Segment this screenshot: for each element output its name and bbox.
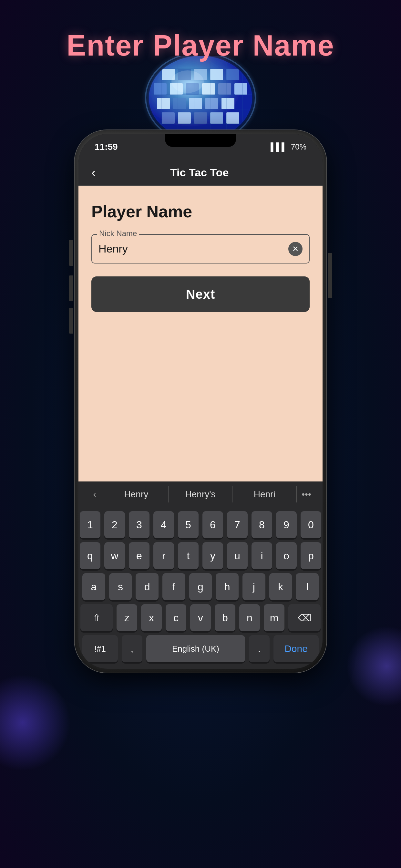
key-n[interactable]: n (239, 604, 260, 631)
done-button[interactable]: Done (274, 635, 319, 662)
suggestion-3[interactable]: Henri (233, 486, 297, 502)
svg-rect-17 (221, 98, 235, 109)
svg-rect-21 (210, 113, 223, 124)
svg-rect-16 (205, 98, 218, 109)
key-y[interactable]: y (203, 542, 223, 569)
period-button[interactable]: . (249, 635, 270, 662)
key-r[interactable]: r (153, 542, 174, 569)
disco-ball-container (120, 56, 281, 140)
key-a[interactable]: a (82, 573, 105, 600)
key-8[interactable]: 8 (251, 511, 272, 538)
disco-ball (136, 56, 265, 140)
key-u[interactable]: u (227, 542, 248, 569)
nick-name-input[interactable] (98, 238, 303, 259)
keyboard: 1 2 3 4 5 6 7 8 9 0 q w e r t (79, 507, 322, 669)
key-3[interactable]: 3 (129, 511, 150, 538)
nav-back-button[interactable]: ‹ (91, 165, 96, 180)
key-g[interactable]: g (189, 573, 212, 600)
key-p[interactable]: p (301, 542, 321, 569)
key-k[interactable]: k (269, 573, 292, 600)
key-e[interactable]: e (129, 542, 150, 569)
key-5[interactable]: 5 (178, 511, 198, 538)
svg-rect-20 (194, 113, 207, 124)
bg-glow-left (0, 674, 71, 771)
svg-rect-5 (210, 69, 223, 80)
more-suggestions-button[interactable]: ••• (297, 485, 316, 504)
key-s[interactable]: s (109, 573, 132, 600)
clear-icon: ✕ (292, 244, 299, 253)
comma-button[interactable]: , (122, 635, 143, 662)
key-f[interactable]: f (162, 573, 185, 600)
key-b[interactable]: b (215, 604, 235, 631)
key-l[interactable]: l (296, 573, 319, 600)
svg-rect-11 (218, 83, 231, 95)
svg-rect-19 (178, 113, 191, 124)
svg-rect-15 (189, 98, 202, 109)
key-t[interactable]: t (178, 542, 198, 569)
backspace-button[interactable]: ⌫ (288, 604, 320, 631)
key-0[interactable]: 0 (301, 511, 321, 538)
svg-rect-6 (226, 69, 239, 80)
phone-screen: 11:59 ▌▌▌ 70% ‹ Tic Tac Toe Player Name … (79, 134, 322, 669)
svg-rect-22 (226, 113, 239, 124)
keyboard-row-qwerty: q w e r t y u i o p (82, 542, 319, 569)
svg-rect-18 (162, 113, 175, 124)
spacebar[interactable]: English (UK) (146, 635, 245, 662)
suggestion-2[interactable]: Henry's (168, 486, 233, 502)
nick-name-input-container: Nick Name ✕ (91, 234, 310, 264)
svg-rect-10 (202, 83, 215, 95)
battery-text: 70% (291, 143, 306, 151)
clear-input-button[interactable]: ✕ (288, 242, 303, 256)
status-icons: ▌▌▌ 70% (271, 143, 306, 151)
key-o[interactable]: o (276, 542, 297, 569)
keyboard-row-asdf: a s d f g h j k l (82, 573, 319, 600)
svg-rect-12 (235, 83, 247, 95)
phone-frame: 11:59 ▌▌▌ 70% ‹ Tic Tac Toe Player Name … (74, 130, 327, 673)
phone-wrapper: 11:59 ▌▌▌ 70% ‹ Tic Tac Toe Player Name … (74, 130, 327, 673)
key-z[interactable]: z (117, 604, 137, 631)
main-content: Player Name Nick Name ✕ Next (79, 186, 322, 482)
key-6[interactable]: 6 (203, 511, 223, 538)
nav-bar: ‹ Tic Tac Toe (79, 160, 322, 186)
key-4[interactable]: 4 (153, 511, 174, 538)
signal-icon: ▌▌▌ (271, 143, 287, 151)
nav-title: Tic Tac Toe (105, 166, 294, 179)
key-1[interactable]: 1 (80, 511, 100, 538)
key-d[interactable]: d (135, 573, 158, 600)
page-title: Enter Player Name (66, 29, 334, 62)
keyboard-suggestions: ‹ Henry Henry's Henri ••• (79, 482, 322, 507)
notch (165, 134, 236, 147)
status-time: 11:59 (95, 142, 118, 152)
suggestion-1[interactable]: Henry (104, 486, 168, 502)
symbols-button[interactable]: !#1 (82, 635, 118, 662)
svg-point-34 (172, 70, 204, 93)
keyboard-row-zxcv: ⇧ z x c v b n m ⌫ (82, 604, 319, 631)
input-label: Nick Name (97, 229, 139, 238)
key-x[interactable]: x (141, 604, 162, 631)
key-v[interactable]: v (190, 604, 211, 631)
next-button[interactable]: Next (91, 276, 310, 312)
keyboard-row-bottom: !#1 , English (UK) . Done (82, 635, 319, 662)
page-title-section: Enter Player Name (66, 29, 334, 62)
svg-rect-13 (157, 98, 170, 109)
shift-button[interactable]: ⇧ (81, 604, 113, 631)
key-9[interactable]: 9 (276, 511, 297, 538)
bg-glow-right (346, 626, 401, 707)
key-7[interactable]: 7 (227, 511, 248, 538)
key-j[interactable]: j (243, 573, 266, 600)
key-i[interactable]: i (251, 542, 272, 569)
key-w[interactable]: w (104, 542, 125, 569)
svg-rect-7 (154, 83, 166, 95)
key-q[interactable]: q (80, 542, 100, 569)
player-name-heading: Player Name (91, 202, 310, 221)
key-2[interactable]: 2 (104, 511, 125, 538)
key-c[interactable]: c (166, 604, 186, 631)
key-m[interactable]: m (264, 604, 284, 631)
key-h[interactable]: h (216, 573, 239, 600)
kbd-back-icon[interactable]: ‹ (85, 485, 104, 504)
svg-rect-14 (173, 98, 186, 109)
keyboard-row-numbers: 1 2 3 4 5 6 7 8 9 0 (82, 511, 319, 538)
